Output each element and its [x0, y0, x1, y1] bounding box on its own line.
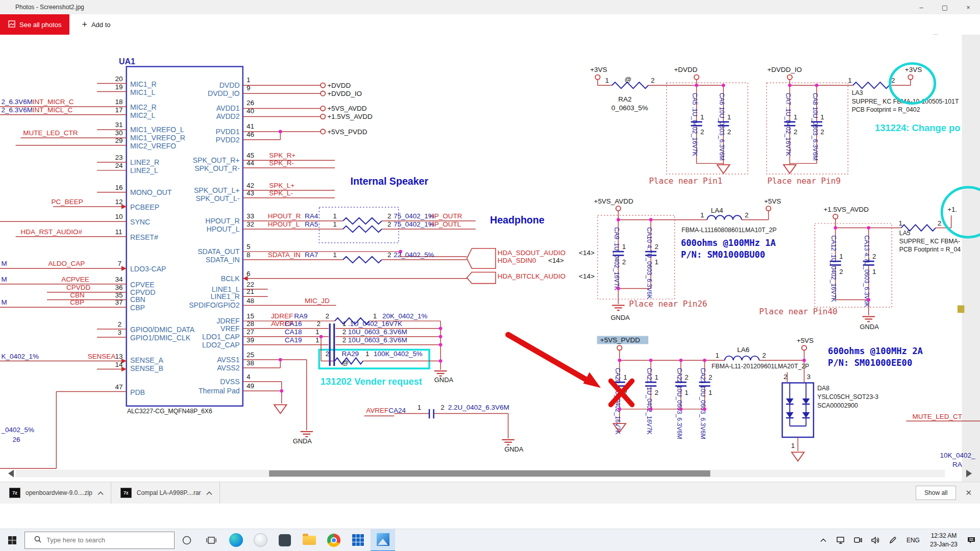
schematic-text: HP_OUTR	[429, 212, 462, 220]
schematic-text: 33	[247, 212, 254, 220]
tray-chevron-icon[interactable]	[815, 529, 832, 551]
close-button[interactable]: ×	[957, 0, 980, 14]
capacitor-pin: 2	[684, 373, 689, 381]
junction-dot	[703, 408, 706, 411]
volume-icon[interactable]	[867, 529, 884, 551]
schematic-text: 75_0402_1%	[394, 212, 434, 220]
add-to-button[interactable]: + Add to	[82, 19, 110, 30]
schematic-text: 1	[715, 352, 719, 359]
photos-app-icon-active[interactable]	[371, 529, 395, 551]
network-icon[interactable]	[832, 529, 849, 551]
schematic-text: 2	[387, 251, 391, 259]
schematic-text: 39	[247, 336, 254, 344]
bus-connector-symbol	[467, 248, 496, 268]
schematic-text: SPK_OUT_L+	[194, 186, 240, 194]
meet-now-icon[interactable]	[849, 529, 867, 551]
schematic-text: 15	[247, 312, 254, 320]
junction-dot	[618, 408, 621, 411]
edge-browser-icon[interactable]	[224, 529, 248, 551]
chrome-icon[interactable]	[322, 529, 346, 551]
close-download-bar-button[interactable]: ✕	[965, 488, 972, 497]
browser-app-icon[interactable]	[248, 529, 273, 551]
grid-app-icon[interactable]	[346, 529, 371, 551]
download-options-chevron-icon[interactable]	[206, 488, 212, 497]
file-explorer-icon[interactable]	[297, 529, 322, 551]
junction-dot	[439, 327, 443, 331]
language-indicator[interactable]: ENG	[901, 537, 925, 544]
maximize-button[interactable]: ▢	[933, 0, 957, 14]
schematic-text: SDATA_IN	[206, 256, 240, 264]
schematic-text: FBMA-L11-201209601LMA20T_2P	[712, 363, 809, 370]
power-terminal	[321, 106, 325, 111]
schematic-text: GNDA	[611, 314, 630, 321]
schematic-text: +1.	[947, 206, 957, 213]
schematic-text: CBN	[130, 295, 145, 304]
capacitor-label: CA10 4.7U_0603_6.3V6K	[646, 227, 653, 299]
schematic-text: +1.5VS_AVDD	[823, 206, 869, 213]
schematic-text: 2	[342, 336, 347, 344]
notification-center-icon[interactable]	[963, 529, 980, 551]
schematic-text: 38	[247, 359, 254, 367]
schematic-text: +5VS_AVDD	[594, 197, 634, 205]
schematic-text: 1	[418, 404, 422, 411]
schematic-text: HPOUT_L	[268, 220, 300, 228]
junction-dot	[679, 359, 683, 362]
schematic-text: +3VS	[905, 66, 922, 74]
schematic-text: DVDD_IO	[208, 89, 240, 97]
schematic-text: 45	[247, 152, 254, 159]
show-all-downloads-button[interactable]: Show all	[916, 486, 956, 500]
schematic-text: LINE1_R	[210, 292, 239, 300]
capacitor-pin: 1	[623, 373, 627, 381]
schematic-text: 1	[373, 312, 377, 320]
windows-ink-pen-icon[interactable]	[884, 529, 901, 551]
schematic-text: 22	[247, 281, 254, 288]
schematic-text: 23	[115, 154, 123, 161]
schematic-text: +DVDD_IO	[767, 66, 802, 74]
schematic-text: HPOUT_R	[205, 217, 239, 225]
schematic-text: PDB	[130, 388, 145, 396]
search-input[interactable]	[45, 536, 165, 544]
capacitor-pin: 2	[708, 373, 713, 381]
schematic-image: CA5 .1U_0402_16V7K12CA6 10U_0603_6.3V6M1…	[0, 35, 980, 482]
photos-grid-icon	[8, 20, 15, 29]
cortana-button[interactable]	[175, 529, 199, 551]
schematic-text: LDO1_CAP	[202, 333, 240, 341]
schematic-text: 1	[342, 320, 347, 328]
capacitor-label: CA6 10U_0603_6.3V6M	[718, 93, 725, 161]
schematic-text: PCB Footprint = R_0402	[852, 106, 920, 113]
capacitor-pin: 1	[839, 253, 843, 260]
start-button[interactable]	[0, 529, 24, 551]
resistor-symbol	[612, 82, 648, 88]
capacitor-pin: 2	[622, 258, 626, 266]
capacitor-label: CA9 .1U_0402_16V7K	[613, 227, 620, 291]
download-options-chevron-icon[interactable]	[97, 488, 104, 497]
schematic-text: Headphone	[490, 214, 545, 226]
schematic-text: 2	[938, 219, 942, 227]
junction-dot	[815, 84, 819, 87]
schematic-text: DVSS	[220, 378, 239, 386]
scroll-left-arrow[interactable]	[8, 470, 14, 478]
download-item-2[interactable]: 7z Compal LA-A998P....rar	[111, 482, 219, 504]
horizontal-scrollbar-thumb[interactable]	[269, 470, 710, 477]
download-item-1[interactable]: 7z openboardview-9.0....zip	[0, 482, 111, 504]
minimize-button[interactable]: –	[910, 0, 933, 14]
schematic-text: SYNC	[130, 218, 150, 226]
power-terminal	[802, 345, 806, 350]
schematic-text: 2	[342, 328, 347, 336]
task-view-button[interactable]	[199, 529, 224, 551]
schematic-text: 9	[247, 84, 251, 92]
schematic-text: YSLC05CH_SOT23-3	[817, 393, 878, 400]
taskbar-search[interactable]	[24, 532, 175, 549]
dark-app-icon[interactable]	[273, 529, 297, 551]
annotation-red-arrowhead	[583, 372, 601, 388]
schematic-text: HDA_RST_AUDIO#	[20, 228, 82, 236]
see-all-photos-button[interactable]: See all photos	[0, 14, 69, 35]
annotation-red-arrow	[508, 335, 591, 382]
taskbar-clock[interactable]: 12:32 AM 23-Jan-23	[925, 532, 963, 548]
schematic-text: 2	[387, 220, 391, 228]
capacitor-label: CA13 4.7U_0603_6.3V6K	[863, 235, 870, 308]
download-filename: Compal LA-A998P....rar	[137, 489, 201, 496]
capacitor-pin: 2	[654, 389, 658, 396]
junction-dot	[703, 359, 706, 362]
schematic-text: 37	[115, 298, 123, 306]
